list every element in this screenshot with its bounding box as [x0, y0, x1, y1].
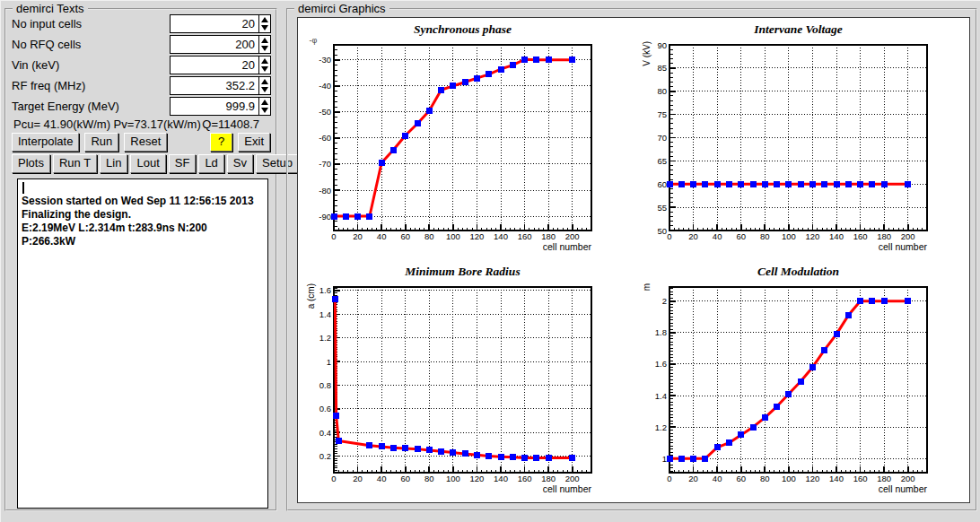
- svg-text:0.6: 0.6: [319, 404, 331, 413]
- svg-text:-70: -70: [319, 159, 331, 169]
- svg-text:40: 40: [377, 474, 387, 483]
- svg-text:20: 20: [688, 474, 698, 483]
- svg-text:0.2: 0.2: [319, 451, 331, 461]
- power-readout: Pcu= 41.90(kW/m) Pv=73.17(kW/m): [13, 117, 201, 130]
- svg-text:200: 200: [901, 474, 915, 483]
- spin-up-button[interactable]: [259, 98, 270, 107]
- svg-text:60: 60: [400, 474, 410, 483]
- svg-text:40: 40: [377, 231, 387, 241]
- svg-text:-50: -50: [319, 107, 331, 117]
- svg-text:1.4: 1.4: [319, 309, 331, 319]
- sv-button[interactable]: Sv: [227, 154, 253, 173]
- svg-text:0.8: 0.8: [319, 380, 331, 390]
- q-readout: Q=11408.7: [202, 117, 259, 130]
- spin-down-icon: [261, 66, 268, 72]
- button-row-2: Plots Run T Lin Lout SF Ld Sv Setup: [6, 152, 276, 174]
- svg-text:180: 180: [877, 474, 891, 483]
- help-button[interactable]: ?: [210, 133, 232, 152]
- status-line: Pcu= 41.90(kW/m) Pv=73.17(kW/m) Q=11408.…: [6, 117, 276, 130]
- run-button[interactable]: Run: [84, 133, 118, 152]
- target-energy-input[interactable]: [170, 97, 259, 116]
- svg-text:140: 140: [829, 474, 844, 483]
- svg-text:100: 100: [446, 474, 460, 483]
- field-row-vin: Vin (keV): [6, 55, 276, 75]
- svg-text:120: 120: [470, 231, 485, 241]
- svg-text:-60: -60: [319, 133, 331, 143]
- svg-text:75: 75: [657, 109, 667, 119]
- root-canvas: 020406080100120140160180200-90-80-70-60-…: [297, 17, 970, 503]
- lin-button[interactable]: Lin: [100, 154, 127, 173]
- svg-text:180: 180: [541, 231, 556, 241]
- svg-text:100: 100: [782, 231, 796, 241]
- texts-panel: demirci Texts No input cells No RFQ cell…: [4, 8, 277, 511]
- svg-text:80: 80: [424, 231, 434, 241]
- svg-text:160: 160: [518, 474, 532, 483]
- vin-spinner: [259, 56, 271, 74]
- svg-text:120: 120: [470, 474, 485, 483]
- spin-up-icon: [261, 58, 268, 64]
- spin-up-icon: [261, 100, 268, 105]
- no-rfq-cells-label: No RFQ cells: [12, 38, 170, 51]
- svg-text:V (kV): V (kV): [642, 41, 652, 66]
- vin-input[interactable]: [170, 56, 259, 74]
- svg-text:70: 70: [657, 133, 667, 143]
- vin-label: Vin (keV): [12, 58, 170, 72]
- svg-text:120: 120: [806, 231, 820, 241]
- svg-text:20: 20: [688, 231, 698, 241]
- spin-up-button[interactable]: [259, 77, 270, 86]
- svg-text:140: 140: [829, 231, 844, 241]
- reset-button[interactable]: Reset: [124, 133, 167, 152]
- spin-down-button[interactable]: [259, 24, 270, 33]
- svg-text:1.2: 1.2: [655, 422, 667, 432]
- field-row-target-energy: Target Energy (MeV): [6, 96, 276, 117]
- interpolate-button[interactable]: Interpolate: [12, 133, 79, 152]
- svg-text:55: 55: [657, 203, 667, 213]
- svg-text:90: 90: [657, 40, 667, 50]
- spin-up-button[interactable]: [259, 15, 270, 24]
- svg-text:100: 100: [446, 231, 460, 241]
- svg-text:40: 40: [713, 231, 722, 241]
- sf-button[interactable]: SF: [169, 154, 197, 173]
- spin-down-icon: [261, 25, 268, 30]
- no-input-cells-input[interactable]: [170, 14, 259, 33]
- ld-button[interactable]: Ld: [198, 154, 223, 173]
- svg-text:Cell Modulation: Cell Modulation: [757, 265, 839, 278]
- no-rfq-cells-input[interactable]: [170, 35, 259, 54]
- svg-text:0.4: 0.4: [319, 428, 331, 438]
- text-cursor: [22, 182, 24, 194]
- svg-text:1.8: 1.8: [655, 327, 667, 337]
- spin-down-button[interactable]: [259, 65, 270, 74]
- session-log[interactable]: Session started on Wed Sep 11 12:56:15 2…: [17, 178, 268, 509]
- lout-button[interactable]: Lout: [130, 154, 165, 173]
- spin-down-icon: [261, 87, 268, 92]
- svg-text:-40: -40: [319, 81, 331, 91]
- texts-panel-title: demirci Texts: [13, 2, 88, 15]
- graphics-panel-title: demirci Graphics: [294, 2, 389, 15]
- target-energy-spinner: [259, 97, 271, 116]
- spin-down-button[interactable]: [259, 45, 270, 54]
- rf-freq-input[interactable]: [170, 76, 259, 95]
- svg-text:1.2: 1.2: [319, 333, 331, 343]
- svg-text:60: 60: [736, 474, 746, 483]
- svg-text:20: 20: [353, 231, 363, 241]
- svg-text:160: 160: [853, 474, 868, 483]
- spin-up-button[interactable]: [259, 36, 270, 45]
- svg-text:60: 60: [657, 179, 667, 189]
- svg-text:cell number: cell number: [543, 483, 592, 494]
- svg-text:50: 50: [657, 226, 667, 236]
- no-input-cells-spinner: [259, 14, 271, 33]
- spin-up-button[interactable]: [259, 57, 270, 65]
- svg-text:180: 180: [877, 231, 891, 241]
- svg-text:1: 1: [327, 357, 331, 367]
- plots-button[interactable]: Plots: [12, 154, 50, 173]
- spin-down-button[interactable]: [259, 86, 270, 95]
- run-t-button[interactable]: Run T: [53, 154, 97, 173]
- spin-down-icon: [261, 46, 268, 51]
- svg-text:cell number: cell number: [879, 483, 928, 494]
- svg-text:120: 120: [806, 474, 820, 483]
- svg-text:-80: -80: [319, 186, 331, 196]
- spin-down-button[interactable]: [259, 107, 270, 116]
- exit-button[interactable]: Exit: [238, 133, 270, 152]
- plot-synchronous-phase: 020406080100120140160180200-90-80-70-60-…: [298, 18, 634, 260]
- svg-text:-30: -30: [319, 55, 331, 65]
